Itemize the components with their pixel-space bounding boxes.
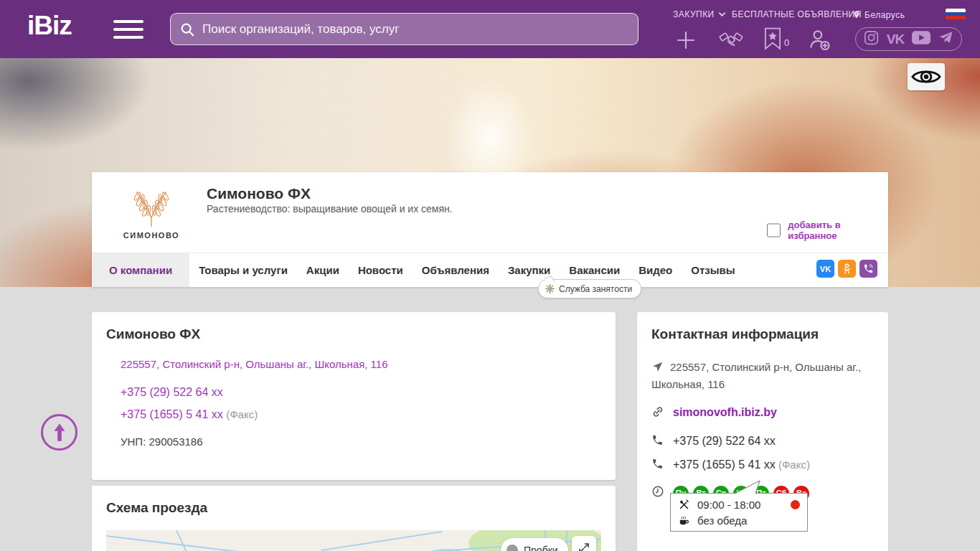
company-website-link[interactable]: simonovofh.ibiz.by bbox=[673, 405, 777, 420]
country-selector[interactable]: Беларусь bbox=[852, 9, 905, 20]
phone-mobile-link[interactable]: +375 (29) 522 64 xx bbox=[121, 386, 601, 399]
fax-note: (Факс) bbox=[778, 458, 810, 471]
hamburger-menu-icon[interactable] bbox=[113, 20, 143, 39]
tooltip-pointer bbox=[725, 479, 775, 494]
tab-news[interactable]: Новости bbox=[349, 253, 413, 287]
purchases-menu[interactable]: ЗАКУПКИ bbox=[673, 9, 726, 19]
about-title: Симоново ФХ bbox=[106, 326, 601, 342]
tab-reviews[interactable]: Отзывы bbox=[682, 253, 744, 287]
traffic-toggle-button[interactable]: Пробки bbox=[501, 538, 568, 551]
phone-fax-link[interactable]: +375 (1655) 5 41 xx bbox=[121, 408, 223, 420]
viber-button[interactable] bbox=[859, 260, 877, 278]
contact-phone-fax[interactable]: +375 (1655) 5 41 xx bbox=[673, 458, 776, 471]
company-address-link[interactable]: 225557, Столинский р-н, Ольшаны аг., Шко… bbox=[121, 358, 601, 370]
fax-note: (Факс) bbox=[226, 408, 258, 420]
location-pin-icon bbox=[852, 9, 861, 20]
instagram-icon[interactable] bbox=[864, 30, 879, 48]
favorites-count: 0 bbox=[784, 37, 789, 48]
employment-service-tooltip: Служба занятости bbox=[538, 279, 641, 298]
contact-phone-mobile[interactable]: +375 (29) 522 64 xx bbox=[673, 433, 776, 448]
telegram-icon[interactable] bbox=[938, 30, 953, 48]
company-logo[interactable]: СИМОНОВО bbox=[116, 184, 187, 254]
ibiz-logo[interactable]: iBiz bbox=[27, 11, 72, 41]
arrow-up-icon bbox=[50, 423, 69, 443]
add-user-icon[interactable] bbox=[807, 27, 831, 55]
russian-flag-icon[interactable] bbox=[946, 9, 966, 19]
phone-icon bbox=[651, 458, 664, 474]
youtube-icon[interactable] bbox=[912, 31, 930, 47]
odnoklassniki-share-button[interactable] bbox=[838, 260, 856, 278]
header: iBiz ЗАКУПКИ БЕСПЛАТНЫЕ ОБЪЯВЛЕНИЯ Белар… bbox=[0, 0, 980, 58]
logo-caption: СИМОНОВО bbox=[116, 231, 187, 240]
scroll-to-top-button[interactable] bbox=[41, 414, 77, 451]
tab-ads[interactable]: Объявления bbox=[413, 253, 499, 287]
chevron-down-icon bbox=[718, 11, 726, 17]
search-bar bbox=[170, 13, 639, 45]
add-favorite-checkbox[interactable] bbox=[767, 223, 781, 237]
map-title: Схема проезда bbox=[106, 500, 601, 516]
company-name: Симоново ФХ bbox=[207, 185, 311, 202]
ok-person-icon bbox=[842, 263, 852, 275]
link-icon bbox=[651, 405, 664, 422]
tab-about[interactable]: О компании bbox=[92, 253, 189, 287]
tab-promotions[interactable]: Акции bbox=[297, 253, 349, 287]
wheat-logo-icon bbox=[126, 184, 177, 230]
company-description: Растениеводство: выращивание овощей и их… bbox=[207, 203, 453, 215]
driving-directions-card: Схема проезда Пробки bbox=[92, 486, 616, 551]
map-fullscreen-button[interactable] bbox=[572, 536, 596, 551]
viber-phone-icon bbox=[863, 263, 874, 274]
accessibility-eye-button[interactable] bbox=[908, 63, 945, 90]
tab-products[interactable]: Товары и услуги bbox=[189, 253, 297, 287]
expand-icon bbox=[578, 542, 590, 551]
working-hours-value: 09:00 - 18:00 bbox=[697, 499, 760, 511]
search-input[interactable] bbox=[202, 22, 629, 37]
unp-number: УНП: 290053186 bbox=[121, 435, 601, 448]
traffic-indicator-icon bbox=[507, 545, 518, 551]
company-header-card: СИМОНОВО Симоново ФХ Растениеводство: вы… bbox=[92, 172, 888, 287]
clock-icon bbox=[651, 485, 664, 501]
lunch-note: без обеда bbox=[697, 514, 747, 527]
free-ads-link[interactable]: БЕСПЛАТНЫЕ ОБЪЯВЛЕНИЯ bbox=[732, 9, 862, 19]
employment-asterisk-icon bbox=[545, 284, 555, 293]
vk-share-button[interactable]: VK bbox=[816, 260, 834, 278]
status-dot bbox=[791, 500, 800, 509]
partnership-handshake-icon[interactable] bbox=[719, 29, 743, 55]
phone-icon bbox=[651, 434, 664, 450]
social-links-group: VK bbox=[855, 27, 962, 51]
favorites-bookmark-icon[interactable] bbox=[763, 27, 782, 53]
add-to-favorites-control[interactable]: добавить в избранное bbox=[767, 220, 888, 241]
contact-address[interactable]: 225557, Столинский р-н, Ольшаны аг., Шко… bbox=[651, 361, 861, 390]
navigation-arrow-icon bbox=[651, 361, 664, 377]
eye-icon bbox=[911, 67, 941, 86]
working-hours-tooltip: 09:00 - 18:00 без обеда bbox=[670, 493, 808, 532]
search-icon bbox=[179, 22, 195, 37]
tools-icon bbox=[678, 499, 690, 511]
company-tabs: О компании Товары и услуги Акции Новости… bbox=[92, 253, 888, 287]
contact-title: Контактная информация bbox=[651, 326, 874, 342]
add-favorite-label: добавить в избранное bbox=[788, 220, 888, 241]
add-company-button[interactable] bbox=[674, 29, 697, 55]
vk-icon[interactable]: VK bbox=[887, 32, 904, 47]
about-company-card: Симоново ФХ 225557, Столинский р-н, Ольш… bbox=[92, 312, 616, 480]
coffee-cup-icon bbox=[678, 514, 690, 527]
